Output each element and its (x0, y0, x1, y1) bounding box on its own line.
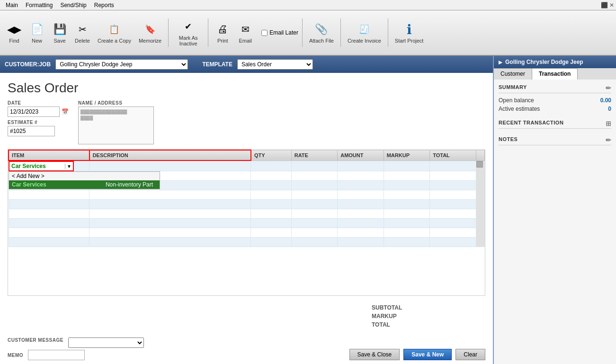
notes-edit-icon[interactable]: ✏ (606, 136, 612, 144)
find-button[interactable]: ◀▶ Find (4, 20, 25, 45)
amount-cell[interactable] (338, 160, 384, 171)
rate-cell[interactable] (291, 199, 338, 209)
tab-transaction[interactable]: Transaction (532, 68, 578, 80)
amount-cell[interactable] (338, 190, 384, 199)
menu-sendship[interactable]: Send/Ship (56, 1, 90, 9)
amount-cell[interactable] (338, 228, 384, 237)
memorize-button[interactable]: 🔖 Memorize (136, 20, 164, 45)
estimate-input[interactable] (8, 126, 55, 136)
amount-cell[interactable] (338, 209, 384, 218)
markup-cell[interactable] (384, 171, 430, 180)
autocomplete-item-car-services[interactable]: Car Services Non-inventory Part (9, 180, 160, 189)
customer-job-select[interactable]: Golling Chrysler Dodge Jeep (55, 59, 188, 70)
menu-reports[interactable]: Reports (90, 1, 118, 9)
desc-cell[interactable] (89, 228, 251, 237)
total-cell[interactable] (430, 218, 476, 228)
markup-cell[interactable] (384, 180, 430, 190)
item-cell[interactable] (9, 190, 89, 199)
desc-cell[interactable] (89, 199, 251, 209)
qty-cell[interactable] (251, 199, 291, 209)
summary-edit-icon[interactable]: ✏ (606, 84, 612, 92)
amount-cell[interactable] (338, 199, 384, 209)
form-area: CUSTOMER:JOB Golling Chrysler Dodge Jeep… (0, 56, 493, 364)
item-cell[interactable] (9, 237, 89, 247)
memo-input[interactable] (28, 350, 85, 360)
total-cell[interactable] (430, 199, 476, 209)
qty-cell[interactable] (251, 160, 291, 171)
template-select[interactable]: Sales Order (237, 59, 313, 70)
qty-cell[interactable] (251, 171, 291, 180)
total-cell[interactable] (430, 190, 476, 199)
rate-cell[interactable] (291, 209, 338, 218)
save-close-button[interactable]: Save & Close (349, 349, 400, 360)
rate-cell[interactable] (291, 160, 338, 171)
attach-file-icon: 📎 (314, 22, 329, 37)
rate-cell[interactable] (291, 171, 338, 180)
save-new-button[interactable]: Save & New (403, 349, 452, 360)
desc-cell[interactable] (89, 160, 251, 171)
email-button[interactable]: ✉ Email (235, 20, 256, 45)
total-cell[interactable] (430, 160, 476, 171)
qty-cell[interactable] (251, 228, 291, 237)
amount-cell[interactable] (338, 218, 384, 228)
qty-cell[interactable] (251, 237, 291, 247)
qty-cell[interactable] (251, 180, 291, 190)
amount-cell[interactable] (338, 171, 384, 180)
desc-cell[interactable] (89, 218, 251, 228)
add-new-option[interactable]: < Add New > (9, 172, 160, 180)
markup-cell[interactable] (384, 160, 430, 171)
desc-cell[interactable] (89, 209, 251, 218)
total-cell[interactable] (430, 237, 476, 247)
new-button[interactable]: 📄 New (27, 20, 47, 45)
markup-cell[interactable] (384, 190, 430, 199)
calendar-icon[interactable]: 📅 (62, 108, 69, 115)
autocomplete-dropdown[interactable]: < Add New > Car Services Non-inventory P… (9, 171, 160, 189)
print-button[interactable]: 🖨 Print (212, 20, 233, 45)
markup-cell[interactable] (384, 237, 430, 247)
item-cell[interactable] (9, 209, 89, 218)
rate-cell[interactable] (291, 218, 338, 228)
item-cell[interactable] (9, 218, 89, 228)
save-button[interactable]: 💾 Save (49, 20, 70, 45)
create-copy-button[interactable]: 📋 Create a Copy (95, 20, 134, 45)
markup-cell[interactable] (384, 218, 430, 228)
total-cell[interactable] (430, 180, 476, 190)
recent-transaction-icon[interactable]: ⊞ (606, 120, 612, 127)
create-invoice-button[interactable]: 🧾 Create Invoice (345, 20, 384, 45)
qty-cell[interactable] (251, 209, 291, 218)
rate-cell[interactable] (291, 228, 338, 237)
desc-cell[interactable] (89, 190, 251, 199)
tab-customer[interactable]: Customer (494, 68, 532, 80)
markup-cell[interactable] (384, 228, 430, 237)
rate-cell[interactable] (291, 237, 338, 247)
rate-cell[interactable] (291, 180, 338, 190)
rate-cell[interactable] (291, 190, 338, 199)
email-later-checkbox[interactable] (261, 30, 268, 36)
new-label: New (32, 38, 42, 44)
start-project-button[interactable]: ℹ Start Project (392, 20, 427, 45)
markup-cell[interactable] (384, 209, 430, 218)
qty-cell[interactable] (251, 218, 291, 228)
desc-cell[interactable] (89, 237, 251, 247)
menu-formatting[interactable]: Formatting (22, 1, 56, 9)
clear-button[interactable]: Clear (455, 349, 485, 360)
item-text-input[interactable] (9, 162, 65, 170)
date-input[interactable] (8, 107, 60, 117)
markup-cell[interactable] (384, 199, 430, 209)
qty-cell[interactable] (251, 190, 291, 199)
item-cell[interactable] (9, 199, 89, 209)
item-input-box[interactable]: ▼ (9, 161, 74, 171)
attach-file-button[interactable]: 📎 Attach File (306, 20, 337, 45)
amount-cell[interactable] (338, 237, 384, 247)
item-dropdown-arrow[interactable]: ▼ (65, 164, 73, 169)
delete-button[interactable]: ✂ Delete (72, 20, 93, 45)
scrollbar-thumb[interactable] (476, 161, 483, 168)
mark-inactive-button[interactable]: ✔ Mark As Inactive (172, 17, 204, 48)
total-cell[interactable] (430, 228, 476, 237)
amount-cell[interactable] (338, 180, 384, 190)
item-cell[interactable] (9, 228, 89, 237)
customer-message-select[interactable] (68, 337, 144, 348)
total-cell[interactable] (430, 171, 476, 180)
menu-main[interactable]: Main (2, 1, 22, 9)
total-cell[interactable] (430, 209, 476, 218)
